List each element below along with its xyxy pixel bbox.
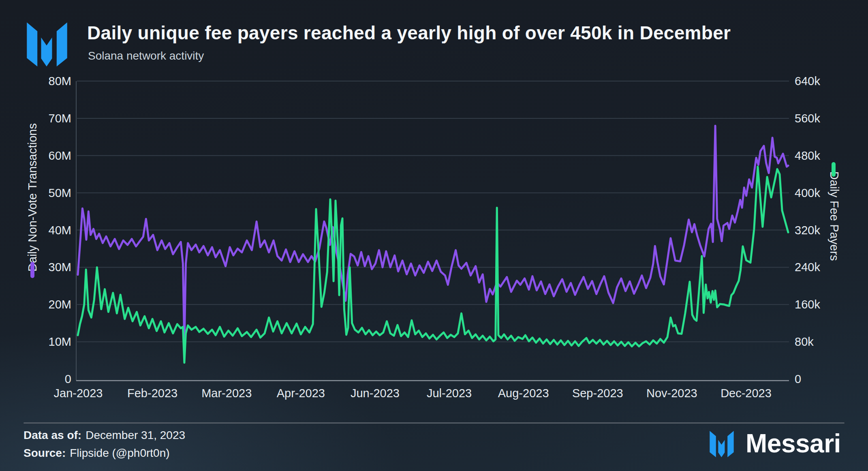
- data-as-of-label: Data as of:: [24, 429, 81, 441]
- x-tick-label: Dec-2023: [710, 386, 782, 400]
- messari-logo-icon: [708, 430, 735, 457]
- right-series-legend-dash: [832, 162, 836, 177]
- data-as-of-line: Data as of:December 31, 2023: [24, 429, 185, 442]
- x-tick-label: Sep-2023: [561, 386, 634, 400]
- left-y-tick-label: 20M: [35, 298, 71, 311]
- left-y-tick-label: 80M: [35, 74, 71, 88]
- left-y-tick-label: 0: [35, 372, 71, 386]
- page-subtitle: Solana network activity: [88, 49, 204, 62]
- messari-wordmark: Messari: [746, 430, 841, 457]
- left-series-legend-dash: [30, 262, 34, 278]
- left-y-tick-label: 50M: [35, 186, 71, 200]
- x-tick-label: Apr-2023: [264, 386, 337, 400]
- right-y-tick-label: 160k: [795, 298, 839, 311]
- messari-logo-icon: [26, 20, 68, 66]
- left-y-tick-label: 40M: [35, 223, 71, 237]
- left-y-tick-label: 30M: [35, 260, 71, 274]
- source-label: Source:: [24, 447, 66, 459]
- non-vote-transactions-line: [78, 126, 788, 346]
- x-tick-label: Aug-2023: [487, 386, 560, 400]
- right-y-tick-label: 400k: [795, 186, 839, 200]
- left-y-tick-label: 70M: [35, 111, 71, 125]
- footer-divider: [24, 422, 844, 424]
- x-tick-label: Jan-2023: [42, 386, 115, 400]
- left-y-tick-label: 60M: [35, 149, 71, 163]
- right-y-tick-label: 0: [795, 372, 839, 386]
- source-value: Flipside (@ph0rt0n): [70, 447, 169, 459]
- x-tick-label: Jun-2023: [338, 386, 411, 400]
- right-y-tick-label: 240k: [795, 260, 839, 274]
- line-chart: [0, 0, 868, 471]
- x-tick-label: Jul-2023: [413, 386, 486, 400]
- source-line: Source:Flipside (@ph0rt0n): [24, 447, 170, 460]
- x-tick-label: Mar-2023: [190, 386, 263, 400]
- right-y-tick-label: 320k: [795, 223, 839, 237]
- data-as-of-value: December 31, 2023: [86, 429, 185, 441]
- right-y-tick-label: 480k: [795, 149, 839, 163]
- left-y-tick-label: 10M: [35, 335, 71, 349]
- right-y-tick-label: 560k: [795, 111, 839, 125]
- x-tick-label: Feb-2023: [116, 386, 189, 400]
- messari-brand: Messari: [708, 430, 841, 457]
- x-tick-label: Nov-2023: [635, 386, 708, 400]
- right-y-tick-label: 640k: [795, 74, 839, 88]
- right-y-tick-label: 80k: [795, 335, 839, 349]
- page-title: Daily unique fee payers reached a yearly…: [87, 22, 731, 44]
- chart-page: Daily unique fee payers reached a yearly…: [0, 0, 868, 471]
